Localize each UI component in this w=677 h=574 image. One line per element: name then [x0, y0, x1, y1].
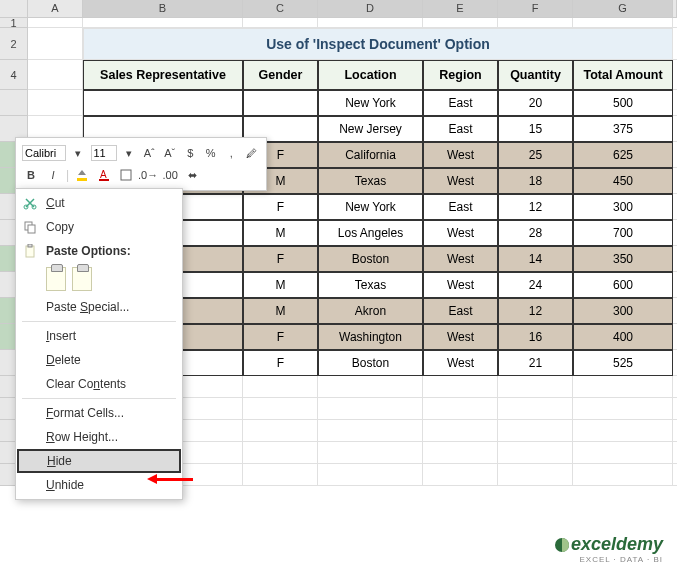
- cell[interactable]: [673, 246, 677, 272]
- data-cell[interactable]: 15: [498, 116, 573, 142]
- cell[interactable]: [243, 442, 318, 464]
- data-cell[interactable]: 500: [573, 90, 673, 116]
- cell[interactable]: [673, 168, 677, 194]
- increase-font-icon[interactable]: Aˆ: [141, 144, 158, 162]
- data-cell[interactable]: F: [243, 246, 318, 272]
- data-cell[interactable]: 16: [498, 324, 573, 350]
- cell[interactable]: [498, 464, 573, 486]
- data-cell[interactable]: 600: [573, 272, 673, 298]
- cell[interactable]: [318, 420, 423, 442]
- cell[interactable]: [573, 464, 673, 486]
- cell[interactable]: [573, 442, 673, 464]
- data-cell[interactable]: 28: [498, 220, 573, 246]
- paste-all-icon[interactable]: [46, 267, 66, 291]
- col-header-e[interactable]: E: [423, 0, 498, 18]
- percent-icon[interactable]: %: [203, 144, 220, 162]
- data-cell[interactable]: 375: [573, 116, 673, 142]
- cell[interactable]: [318, 376, 423, 398]
- data-cell[interactable]: 625: [573, 142, 673, 168]
- cell[interactable]: [423, 398, 498, 420]
- cell[interactable]: [498, 442, 573, 464]
- data-cell[interactable]: New York: [318, 194, 423, 220]
- data-cell[interactable]: West: [423, 220, 498, 246]
- data-cell[interactable]: 450: [573, 168, 673, 194]
- cell[interactable]: [573, 420, 673, 442]
- data-cell[interactable]: Los Angeles: [318, 220, 423, 246]
- cell[interactable]: [673, 142, 677, 168]
- cell[interactable]: [673, 220, 677, 246]
- menu-unhide[interactable]: Unhide: [16, 473, 182, 497]
- data-cell[interactable]: 18: [498, 168, 573, 194]
- cell[interactable]: [28, 18, 83, 28]
- data-cell[interactable]: 700: [573, 220, 673, 246]
- data-cell[interactable]: 525: [573, 350, 673, 376]
- cell[interactable]: [423, 18, 498, 28]
- menu-hide[interactable]: Hide: [17, 449, 181, 473]
- cell[interactable]: [673, 420, 677, 442]
- data-cell[interactable]: M: [243, 298, 318, 324]
- cell[interactable]: [673, 376, 677, 398]
- font-color-icon[interactable]: A: [95, 166, 113, 184]
- col-header-c[interactable]: C: [243, 0, 318, 18]
- data-cell[interactable]: 350: [573, 246, 673, 272]
- format-painter-icon[interactable]: 🖉: [244, 144, 261, 162]
- menu-delete[interactable]: Delete: [16, 348, 182, 372]
- data-cell[interactable]: West: [423, 324, 498, 350]
- font-name-input[interactable]: [22, 145, 66, 161]
- cell[interactable]: [28, 60, 83, 90]
- data-cell[interactable]: Texas: [318, 272, 423, 298]
- cell[interactable]: [243, 464, 318, 486]
- menu-copy[interactable]: Copy: [16, 215, 182, 239]
- row-header-1[interactable]: 1: [0, 18, 28, 28]
- cell[interactable]: [498, 398, 573, 420]
- data-cell[interactable]: F: [243, 194, 318, 220]
- col-header-a[interactable]: A: [28, 0, 83, 18]
- cell[interactable]: [673, 194, 677, 220]
- cell[interactable]: [673, 272, 677, 298]
- data-cell[interactable]: 300: [573, 194, 673, 220]
- data-cell[interactable]: West: [423, 350, 498, 376]
- cell[interactable]: [498, 376, 573, 398]
- decrease-font-icon[interactable]: Aˇ: [162, 144, 179, 162]
- cell[interactable]: [573, 18, 673, 28]
- data-cell[interactable]: Washington: [318, 324, 423, 350]
- comma-icon[interactable]: ,: [223, 144, 240, 162]
- col-header-f[interactable]: F: [498, 0, 573, 18]
- cell[interactable]: [673, 464, 677, 486]
- data-cell[interactable]: East: [423, 116, 498, 142]
- cell[interactable]: [423, 376, 498, 398]
- paste-values-icon[interactable]: [72, 267, 92, 291]
- cell[interactable]: [573, 376, 673, 398]
- cell[interactable]: [243, 398, 318, 420]
- data-cell[interactable]: 12: [498, 298, 573, 324]
- menu-format-cells[interactable]: Format Cells...: [16, 401, 182, 425]
- menu-paste-special[interactable]: Paste Special...: [16, 295, 182, 319]
- cell[interactable]: [673, 28, 677, 60]
- data-cell[interactable]: 300: [573, 298, 673, 324]
- cell[interactable]: [243, 18, 318, 28]
- data-cell[interactable]: 24: [498, 272, 573, 298]
- cell[interactable]: [423, 420, 498, 442]
- menu-clear-contents[interactable]: Clear Contents: [16, 372, 182, 396]
- currency-icon[interactable]: $: [182, 144, 199, 162]
- data-cell[interactable]: M: [243, 220, 318, 246]
- row-header-4[interactable]: 4: [0, 60, 28, 90]
- merge-icon[interactable]: ⬌: [183, 166, 201, 184]
- cell[interactable]: [318, 442, 423, 464]
- cell[interactable]: [673, 90, 677, 116]
- cell[interactable]: [318, 464, 423, 486]
- cell[interactable]: [423, 442, 498, 464]
- cell[interactable]: [28, 90, 83, 116]
- cell[interactable]: [673, 18, 677, 28]
- cell[interactable]: [318, 398, 423, 420]
- data-cell[interactable]: California: [318, 142, 423, 168]
- data-cell[interactable]: 25: [498, 142, 573, 168]
- cell[interactable]: [673, 324, 677, 350]
- col-header-d[interactable]: D: [318, 0, 423, 18]
- cell[interactable]: [673, 398, 677, 420]
- data-cell[interactable]: New Jersey: [318, 116, 423, 142]
- data-cell[interactable]: East: [423, 298, 498, 324]
- font-dropdown-icon[interactable]: ▾: [70, 144, 87, 162]
- data-cell[interactable]: West: [423, 142, 498, 168]
- data-cell[interactable]: 20: [498, 90, 573, 116]
